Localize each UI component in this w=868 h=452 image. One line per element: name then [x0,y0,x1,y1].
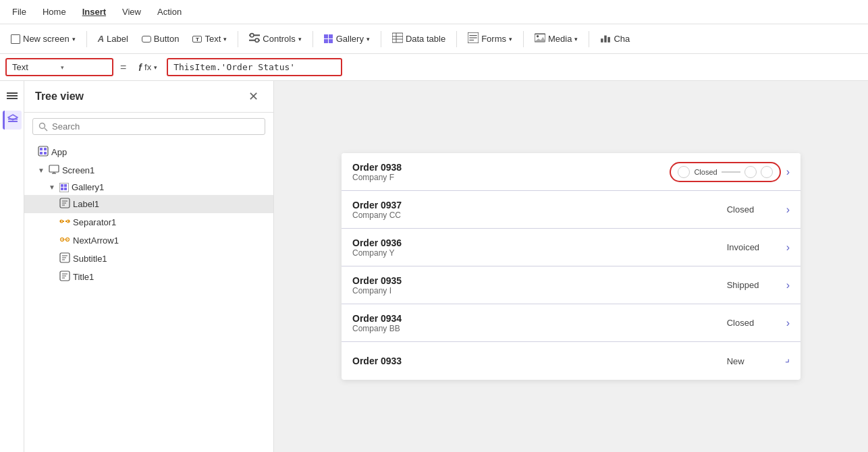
media-button[interactable]: Media ▾ [529,30,583,48]
formula-input[interactable]: ThisItem.'Order Status' [167,58,342,76]
gallery-row-4[interactable]: Order 0935 Company I Shipped › [342,266,801,304]
charts-button[interactable]: Cha [595,30,635,48]
svg-point-21 [40,123,45,128]
status-line [722,171,740,173]
button-button[interactable]: Button [136,31,185,47]
search-input[interactable] [52,121,259,132]
row-title-1: Order 0938 [352,162,670,173]
media-icon [535,32,545,45]
svg-line-22 [45,128,47,131]
tree-item-app[interactable]: App [24,143,273,161]
gallery-widget: Order 0938 Company F Closed › Order 0937 [342,153,801,380]
tree-item-title1[interactable]: Title1 [24,268,273,286]
property-dropdown[interactable]: Text ▾ [5,58,113,76]
gallery-row-6[interactable]: Order 0933 New › [342,342,801,380]
menu-home[interactable]: Home [36,4,73,20]
forms-button[interactable]: Forms ▾ [462,30,518,48]
row-arrow-4[interactable]: › [786,279,790,291]
new-screen-label: New screen [23,34,70,44]
menu-action[interactable]: Action [151,4,188,20]
tree-close-button[interactable]: ✕ [244,88,263,105]
data-table-button[interactable]: Data table [387,30,451,48]
gallery-chevron: ▾ [367,36,370,43]
formula-bar: Text ▾ = f fx ▾ ThisItem.'Order Status' [0,54,868,81]
tree-item-screen1-label: Screen1 [62,165,94,175]
toolbar-separator-7 [589,31,589,47]
menu-file[interactable]: File [5,4,33,20]
label-icon: A [98,34,104,44]
text-icon: T [192,36,202,43]
hamburger-button[interactable] [3,86,22,105]
row-status-6: New [727,356,781,366]
row-title-2: Order 0937 [352,200,716,210]
menu-view[interactable]: View [115,4,148,20]
new-screen-chevron: ▾ [72,36,76,43]
svg-rect-16 [605,36,607,43]
toolbar-separator-4 [381,31,381,47]
row-left-2: Order 0937 Company CC [352,200,716,220]
tree-item-separator1[interactable]: Separator1 [24,213,273,231]
row-subtitle-3: Company Y [352,248,716,258]
button-icon [142,36,151,43]
tree-item-nextarrow1-label: NextArrow1 [73,235,119,246]
gallery-row-3[interactable]: Order 0936 Company Y Invoiced › [342,229,801,266]
row-subtitle-1: Company F [352,173,670,182]
row-left-6: Order 0933 [352,356,716,366]
svg-rect-24 [40,148,43,150]
app-icon [38,146,49,159]
row-title-5: Order 0934 [352,313,716,324]
data-table-label: Data table [406,34,445,44]
tree-item-screen1[interactable]: ▼ Screen1 [24,161,273,179]
tree-item-nextarrow1[interactable]: NextArrow1 [24,231,273,250]
row-left-3: Order 0936 Company Y [352,237,716,258]
layers-button[interactable] [3,111,22,130]
new-screen-icon [11,34,20,44]
tree-item-app-label: App [51,147,67,157]
row-arrow-1[interactable]: › [786,166,790,178]
controls-chevron: ▾ [298,36,302,43]
svg-rect-17 [608,37,610,43]
row-arrow-6-down[interactable]: › [782,356,793,366]
svg-rect-26 [40,152,43,154]
svg-rect-40 [61,239,68,240]
text-chevron: ▾ [223,36,227,43]
forms-icon [468,32,479,45]
title1-icon [59,271,70,283]
status-dot-2 [744,166,757,178]
menu-insert[interactable]: Insert [76,4,113,20]
tree-item-separator1-label: Separator1 [73,217,116,227]
separator1-icon [59,216,70,229]
row-status-3: Invoiced [727,242,781,252]
new-screen-button[interactable]: New screen ▾ [5,31,81,47]
gallery-row-5[interactable]: Order 0934 Company BB Closed › [342,304,801,342]
text-label: Text [205,34,221,44]
tree-item-gallery1[interactable]: ▼ Gallery1 [24,179,273,195]
media-chevron: ▾ [574,36,578,43]
tree-item-subtitle1[interactable]: Subtitle1 [24,250,273,268]
property-dropdown-arrow: ▾ [61,64,107,71]
tree-item-label1-label: Label1 [73,199,99,209]
text-button[interactable]: T Text ▾ [187,31,232,47]
row-arrow-2[interactable]: › [786,204,790,216]
search-box[interactable] [32,118,265,135]
fx-button[interactable]: f fx ▾ [133,59,163,76]
controls-button[interactable]: Controls ▾ [244,30,306,48]
formula-value: ThisItem.'Order Status' [173,62,295,72]
tree-item-label1[interactable]: Label1 [24,195,273,213]
gallery-button[interactable]: Gallery ▾ [319,31,375,47]
status-widget-text: Closed [694,168,717,176]
canvas-area: Order 0938 Company F Closed › Order 0937 [274,81,868,452]
label-button[interactable]: A Label [92,31,134,47]
svg-rect-28 [49,165,59,172]
gallery-row-1[interactable]: Order 0938 Company F Closed › [342,153,801,191]
gallery-icon [324,34,333,44]
gallery-row-2[interactable]: Order 0937 Company CC Closed › [342,191,801,229]
tree-panel: Tree view ✕ App ▼ Screen1 [24,81,274,452]
row-arrow-5[interactable]: › [786,317,790,329]
tree-item-subtitle1-label: Subtitle1 [73,254,107,264]
row-arrow-3[interactable]: › [786,242,790,254]
button-label: Button [154,34,180,44]
controls-label: Controls [263,34,295,44]
controls-icon [249,32,260,45]
status-dot-1 [678,166,690,178]
